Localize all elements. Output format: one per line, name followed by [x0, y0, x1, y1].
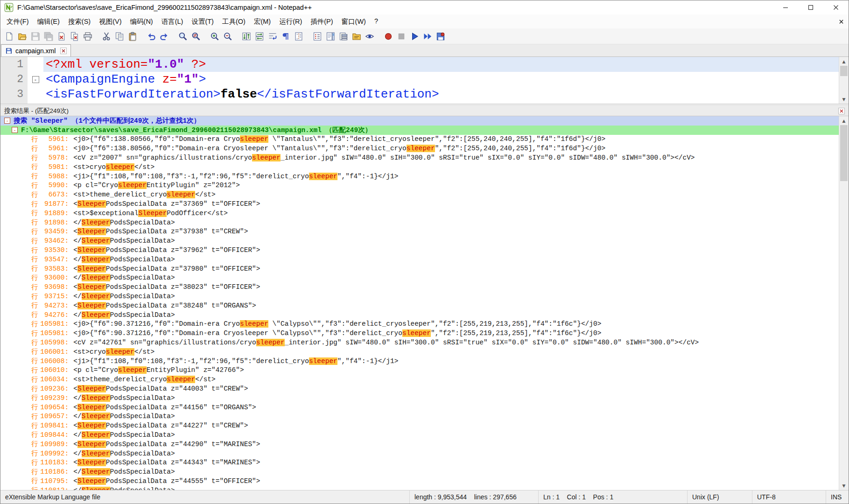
search-result-row[interactable]: 行93715:</SleeperPodsSpecialData> — [0, 292, 839, 301]
print-button[interactable] — [82, 30, 94, 42]
menu-item[interactable]: 宏(M) — [250, 15, 275, 28]
search-result-row[interactable]: 行110183:<SleeperPodsSpecialData z="44343… — [0, 458, 839, 467]
save-button[interactable] — [29, 30, 42, 42]
search-result-row[interactable]: 行106008:<j1>{"f1":108,"f0":108,"f3":-1,"… — [0, 357, 839, 366]
search-result-row[interactable]: 行109657:</SleeperPodsSpecialData> — [0, 412, 839, 421]
search-results-file-row[interactable]: - F:\Game\Starsector\saves\save_EricaFim… — [0, 126, 839, 135]
find-button[interactable] — [177, 30, 189, 42]
redo-button[interactable] — [158, 30, 170, 42]
indent-guide-button[interactable] — [293, 30, 305, 42]
menu-item[interactable]: 语言(L) — [157, 15, 188, 28]
search-result-row[interactable]: 行91889:<st>$exceptionalSleeperPodOfficer… — [0, 209, 839, 218]
search-result-row[interactable]: 行109236:<SleeperPodsSpecialData z="44003… — [0, 384, 839, 393]
fold-collapse-icon[interactable]: - — [32, 76, 39, 83]
collapse-icon[interactable]: - — [4, 118, 10, 124]
editor-scrollbar-thumb[interactable] — [840, 66, 848, 76]
search-result-row[interactable]: 行93698:<SleeperPodsSpecialData z="38023"… — [0, 282, 839, 292]
results-scrollbar-thumb[interactable] — [840, 125, 848, 181]
status-insert-mode[interactable]: INS — [826, 490, 849, 504]
document-map-button[interactable] — [324, 30, 337, 42]
folder-as-workspace-button[interactable] — [351, 30, 363, 42]
search-result-row[interactable]: 行109841:<SleeperPodsSpecialData z="44227… — [0, 421, 839, 430]
replace-button[interactable] — [190, 30, 202, 42]
editor[interactable]: 1<?xml version="1.0" ?>2-<CampaignEngine… — [0, 57, 849, 104]
search-result-row[interactable]: 行105998:<cV z="42761" sn="graphics/illus… — [0, 338, 839, 347]
search-results-close-icon[interactable] — [838, 108, 845, 114]
search-result-row[interactable]: 行110186:</SleeperPodsSpecialData> — [0, 467, 839, 476]
search-result-row[interactable]: 行5990:<p cl="CryosleeperEntityPlugin" z=… — [0, 181, 839, 190]
close-button[interactable] — [56, 30, 68, 42]
status-encoding[interactable]: UTF-8 — [752, 490, 826, 504]
paste-button[interactable] — [126, 30, 139, 42]
minimize-button[interactable] — [773, 0, 798, 14]
results-scrollbar-track[interactable] — [839, 125, 849, 481]
search-result-row[interactable]: 行106001:<st>cryosleeper</st> — [0, 347, 839, 357]
menu-item[interactable]: 视图(V) — [95, 15, 126, 28]
search-result-row[interactable]: 行110795:<SleeperPodsSpecialData z="44555… — [0, 476, 839, 486]
search-result-row[interactable]: 行93583:<SleeperPodsSpecialData z="37980"… — [0, 264, 839, 273]
search-result-row[interactable]: 行5988:<j1>{"f1":108,"f0":108,"f3":-1,"f2… — [0, 172, 839, 181]
editor-line[interactable]: 1<?xml version="1.0" ?> — [0, 57, 839, 72]
menu-item[interactable]: 工具(O) — [218, 15, 250, 28]
search-result-row[interactable]: 行105981:<j0>{"f6":90.371216,"f0":"Domain… — [0, 320, 839, 329]
search-result-row[interactable]: 行5961:<j0>{"f6":138.80566,"f0":"Domain-e… — [0, 135, 839, 144]
menu-item[interactable]: 搜索(S) — [64, 15, 95, 28]
function-list-button[interactable] — [311, 30, 323, 42]
sync-horizontal-button[interactable] — [253, 30, 266, 42]
search-result-row[interactable]: 行6673:<st>theme_derelict_cryosleeper</st… — [0, 190, 839, 199]
copy-button[interactable] — [113, 30, 126, 42]
menu-item[interactable]: 文件(F) — [2, 15, 33, 28]
monitoring-button[interactable] — [364, 30, 376, 42]
close-button[interactable] — [823, 0, 849, 14]
menubar-close-icon[interactable] — [839, 19, 844, 24]
stop-recording-button[interactable] — [395, 30, 407, 42]
menu-item[interactable]: 运行(R) — [275, 15, 306, 28]
search-result-row[interactable]: 行5961:<j0>{"f6":138.80566,"f0":"Domain-e… — [0, 144, 839, 153]
search-result-row[interactable]: 行106010:<p cl="CryosleeperEntityPlugin" … — [0, 366, 839, 375]
editor-line[interactable]: 3<isFastForwardIteration>false</isFastFo… — [0, 87, 839, 102]
close-all-button[interactable] — [69, 30, 81, 42]
scroll-up-arrow-icon[interactable]: ▲ — [839, 57, 849, 66]
editor-line[interactable]: 2-<CampaignEngine z="1"> — [0, 72, 839, 87]
zoom-out-button[interactable] — [222, 30, 234, 42]
save-all-button[interactable] — [42, 30, 55, 42]
search-result-row[interactable]: 行5981:<st>cryosleeper</st> — [0, 162, 839, 172]
menu-item[interactable]: 窗口(W) — [337, 15, 370, 28]
menu-item[interactable]: ? — [370, 15, 382, 28]
collapse-icon[interactable]: - — [12, 127, 18, 133]
zoom-in-button[interactable] — [209, 30, 221, 42]
sync-vertical-button[interactable] — [240, 30, 253, 42]
search-result-row[interactable]: 行93547:</SleeperPodsSpecialData> — [0, 255, 839, 264]
search-result-row[interactable]: 行109992:</SleeperPodsSpecialData> — [0, 449, 839, 458]
status-eol-format[interactable]: Unix (LF) — [687, 490, 752, 504]
search-result-row[interactable]: 行93530:<SleeperPodsSpecialData z="37962"… — [0, 245, 839, 255]
word-wrap-button[interactable] — [267, 30, 279, 42]
search-result-row[interactable]: 行91877:<SleeperPodsSpecialData z="37369"… — [0, 199, 839, 209]
search-result-row[interactable]: 行5978:<cV z="2007" sn="graphics/illustra… — [0, 153, 839, 162]
search-result-row[interactable]: 行109654:<SleeperPodsSpecialData z="44156… — [0, 403, 839, 412]
search-result-row[interactable]: 行109844:</SleeperPodsSpecialData> — [0, 430, 839, 440]
search-result-row[interactable]: 行93459:<SleeperPodsSpecialData z="37938"… — [0, 227, 839, 237]
menu-item[interactable]: 编码(N) — [126, 15, 157, 28]
tab-close-icon[interactable] — [60, 48, 67, 54]
search-results-titlebar[interactable]: 搜索结果 - (匹配249次) — [0, 106, 849, 116]
search-result-row[interactable]: 行109239:</SleeperPodsSpecialData> — [0, 393, 839, 403]
search-result-row[interactable]: 行94273:<SleeperPodsSpecialData z="38248"… — [0, 301, 839, 310]
document-list-button[interactable] — [337, 30, 350, 42]
open-file-button[interactable] — [16, 30, 28, 42]
search-results-query-row[interactable]: - 搜索 "Sleeper" （1个文件中匹配到249次，总计查找1次） — [0, 116, 839, 126]
search-result-row[interactable]: 行93600:</SleeperPodsSpecialData> — [0, 273, 839, 283]
search-result-row[interactable]: 行91898:</SleeperPodsSpecialData> — [0, 218, 839, 227]
search-result-row[interactable]: 行106034:<st>theme_derelict_cryosleeper</… — [0, 375, 839, 384]
editor-scrollbar-track[interactable] — [839, 66, 849, 95]
menu-item[interactable]: 插件(P) — [306, 15, 337, 28]
menu-item[interactable]: 编辑(E) — [33, 15, 64, 28]
search-result-row[interactable]: 行93462:</SleeperPodsSpecialData> — [0, 236, 839, 245]
scroll-up-arrow-icon[interactable]: ▲ — [839, 116, 849, 125]
show-all-characters-button[interactable] — [280, 30, 292, 42]
record-macro-button[interactable] — [382, 30, 394, 42]
maximize-button[interactable] — [798, 0, 823, 14]
scroll-down-arrow-icon[interactable]: ▼ — [839, 95, 849, 104]
new-file-button[interactable] — [3, 30, 15, 42]
results-vertical-scrollbar[interactable]: ▲ ▼ — [839, 116, 849, 490]
